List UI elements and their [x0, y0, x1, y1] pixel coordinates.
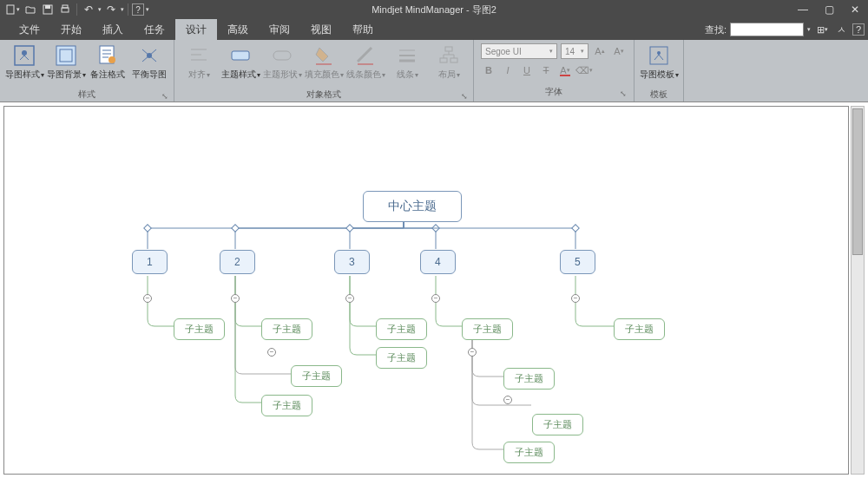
title-bar: ▾ ↶▾ ↷▾ ?▾ Mindjet MindManager - 导图2 — ▢… [0, 0, 868, 19]
svg-rect-22 [232, 51, 249, 60]
svg-rect-43 [432, 225, 439, 232]
main-topic-1[interactable]: 1 [132, 250, 168, 274]
sub-topic[interactable]: 子主题 [503, 368, 555, 390]
italic-button: I [500, 62, 516, 78]
map-bg-button[interactable]: 导图背景▾ [47, 43, 85, 80]
svg-line-39 [659, 55, 663, 60]
clear-format-button: ⌫▾ [576, 62, 592, 78]
toolbox-icon[interactable]: ⊞ ▾ [814, 22, 830, 37]
topic-shape-button: 主题形状▾ [263, 43, 301, 80]
menu-advanced[interactable]: 高级 [217, 19, 259, 40]
sub-topic[interactable]: 子主题 [614, 318, 665, 340]
ribbon-group-object-format: 对齐▾ 主题样式▾ 主题形状▾ 填充颜色▾ 线条颜色▾ 线条▾ [174, 40, 474, 101]
note-fmt-button[interactable]: 备注格式 [89, 43, 127, 80]
undo-icon[interactable]: ↶ [81, 2, 96, 17]
expand-icon[interactable]: ⤡ [620, 89, 627, 98]
minimize-button[interactable]: — [790, 0, 816, 19]
menu-task[interactable]: 任务 [134, 19, 175, 40]
sub-topic[interactable]: 子主题 [376, 318, 427, 340]
vertical-scrollbar[interactable] [851, 106, 865, 475]
scrollbar-thumb[interactable] [852, 108, 863, 255]
svg-rect-25 [358, 63, 373, 65]
search-label: 查找: [705, 23, 727, 36]
balance-map-button[interactable]: 平衡导图 [130, 43, 168, 80]
map-style-button[interactable]: 导图样式▾ [5, 43, 43, 80]
redo-icon[interactable]: ↷ [103, 2, 119, 17]
menu-help[interactable]: 帮助 [342, 19, 384, 40]
svg-point-6 [22, 50, 27, 56]
underline-button: U [519, 62, 535, 78]
sub-topic[interactable]: 子主题 [291, 365, 342, 387]
svg-point-13 [108, 56, 115, 63]
separator [128, 3, 128, 16]
sub-topic[interactable]: 子主题 [503, 442, 555, 463]
sub-topic[interactable]: 子主题 [261, 318, 312, 340]
menu-insert[interactable]: 插入 [92, 19, 134, 40]
font-color-button: A▾ [557, 62, 573, 78]
svg-line-38 [654, 55, 659, 60]
font-name-select: Segoe UI▾ [481, 43, 557, 59]
menu-design[interactable]: 设计 [175, 19, 217, 40]
window-controls: — ▢ ✕ [790, 0, 868, 19]
collapse-toggle[interactable]: − [143, 294, 152, 303]
shrink-font-icon: A▾ [611, 43, 627, 59]
maximize-button[interactable]: ▢ [816, 0, 842, 19]
svg-line-18 [149, 56, 156, 62]
open-icon[interactable] [23, 2, 38, 17]
topic-style-button[interactable]: 主题样式▾ [221, 43, 260, 80]
main-topic-5[interactable]: 5 [560, 250, 595, 274]
menu-file[interactable]: 文件 [9, 19, 50, 40]
collapse-toggle[interactable]: − [571, 294, 580, 303]
mindmap-canvas[interactable]: 中心主题 1 2 3 4 5 − − − − − 子主题 子主题 子主题 − 子… [3, 106, 849, 475]
bold-button: B [481, 62, 496, 78]
menu-home[interactable]: 开始 [50, 19, 92, 40]
layout-button: 布局▾ [430, 43, 468, 80]
svg-rect-0 [7, 5, 14, 14]
sub-topic[interactable]: 子主题 [376, 347, 427, 369]
collapse-toggle[interactable]: − [231, 294, 240, 303]
collapse-toggle[interactable]: − [267, 348, 276, 357]
collapse-toggle[interactable]: − [345, 294, 354, 303]
svg-rect-41 [232, 225, 239, 232]
svg-rect-3 [62, 8, 69, 12]
menu-review[interactable]: 审阅 [259, 19, 300, 40]
svg-rect-40 [144, 225, 151, 232]
main-topic-4[interactable]: 4 [420, 250, 456, 274]
svg-rect-7 [56, 46, 76, 65]
window-title: Mindjet MindManager - 导图2 [372, 3, 496, 16]
center-topic[interactable]: 中心主题 [363, 191, 462, 222]
sub-topic[interactable]: 子主题 [174, 318, 225, 340]
grow-font-icon: A▴ [592, 43, 608, 59]
ribbon: 导图样式▾ 导图背景▾ 备注格式 平衡导图 样式⤡ 对齐▾ [0, 40, 868, 102]
ribbon-group-template: 导图模板▾ 模板 [635, 40, 684, 101]
expand-icon[interactable]: ⤡ [161, 92, 168, 101]
svg-rect-23 [273, 51, 291, 60]
main-topic-3[interactable]: 3 [334, 250, 370, 274]
line-color-button: 线条颜色▾ [346, 43, 385, 80]
collapse-toggle[interactable]: − [503, 396, 512, 404]
help-icon[interactable]: ? [132, 3, 144, 16]
expand-icon[interactable]: ⤡ [461, 92, 468, 101]
sub-topic[interactable]: 子主题 [462, 318, 513, 340]
help-icon-2[interactable]: ? [852, 23, 865, 36]
svg-rect-42 [346, 225, 353, 232]
sub-topic[interactable]: 子主题 [261, 395, 312, 416]
svg-rect-29 [445, 47, 452, 51]
map-template-button[interactable]: 导图模板▾ [640, 43, 678, 80]
search-input[interactable] [730, 23, 804, 36]
sub-topic[interactable]: 子主题 [532, 414, 583, 435]
fill-color-button: 填充颜色▾ [305, 43, 343, 80]
font-size-select: 14▾ [561, 43, 589, 59]
print-icon[interactable] [57, 2, 73, 17]
svg-rect-44 [572, 225, 579, 232]
collapse-ribbon-icon[interactable]: ㅅ [833, 22, 849, 37]
svg-point-37 [657, 51, 661, 55]
save-icon[interactable] [40, 2, 56, 17]
menu-view[interactable]: 视图 [300, 19, 342, 40]
main-topic-2[interactable]: 2 [220, 250, 255, 274]
close-button[interactable]: ✕ [842, 0, 868, 19]
ribbon-group-font: Segoe UI▾ 14▾ A▴ A▾ B I U T A▾ ⌫▾ 字体⤡ [474, 40, 635, 101]
collapse-toggle[interactable]: − [431, 294, 440, 303]
collapse-toggle[interactable]: − [468, 348, 477, 357]
new-doc-icon[interactable]: ▾ [5, 2, 21, 17]
